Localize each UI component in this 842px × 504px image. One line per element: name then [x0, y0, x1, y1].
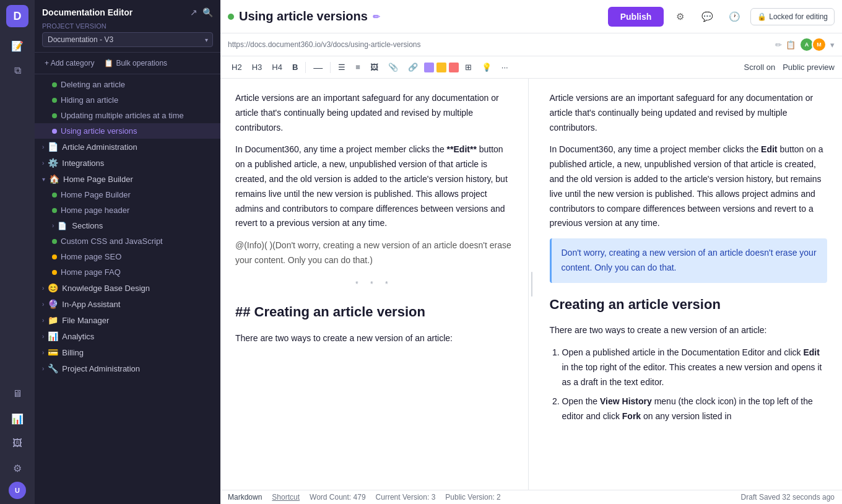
preview-list: Open a published article in the Document…	[550, 345, 828, 424]
current-version: Current Version: 3	[376, 493, 436, 502]
bulk-operations-button[interactable]: 📋 Bulk operations	[102, 58, 170, 69]
status-dot	[52, 82, 57, 87]
status-bar: Markdown Shortcut Word Count: 479 Curren…	[220, 490, 842, 504]
user-avatar-small[interactable]: U	[9, 482, 26, 499]
nav-monitor-icon[interactable]: 🖥	[6, 383, 28, 405]
list-item[interactable]: Home page SEO	[35, 249, 220, 264]
article-title: Using article versions ✏	[228, 9, 603, 24]
divider-dots: * * *	[235, 278, 513, 290]
toolbar-bold[interactable]: B	[289, 61, 302, 74]
resize-handle[interactable]	[529, 79, 535, 490]
editor-para2: In Document360, any time a project membe…	[235, 142, 513, 231]
status-dot	[52, 113, 57, 118]
chevron-right-icon: ›	[42, 160, 44, 167]
status-dot	[52, 193, 57, 198]
editor-para3: @(Info)( )(Don't worry, creating a new v…	[235, 238, 513, 268]
nav-settings-icon[interactable]: ⚙	[6, 457, 28, 479]
sidebar-item-billing[interactable]: › 💳 Billing	[35, 344, 220, 360]
history-icon[interactable]: 🕐	[723, 6, 745, 28]
toolbar-more-icon[interactable]: ···	[498, 61, 512, 74]
list-item[interactable]: Home Page Builder	[35, 187, 220, 202]
chevron-right-icon: ›	[42, 365, 44, 372]
toolbar-align-icon[interactable]: ☰	[334, 61, 349, 74]
version-select[interactable]: Documentation - V3	[42, 32, 213, 47]
toolbar-table-icon[interactable]: ⊞	[461, 61, 475, 74]
comments-icon[interactable]: 💬	[696, 6, 718, 28]
icon-sidebar: D 📝 ⧉ 🖥 📊 🖼 ⚙ U	[0, 0, 35, 504]
title-status-dot	[228, 14, 234, 20]
toolbar-color-red[interactable]	[449, 63, 459, 72]
chevron-down-icon[interactable]: ▾	[830, 40, 835, 50]
toolbar-right: Scroll on Public preview	[744, 63, 835, 72]
editor-para1: Article versions are an important safegu…	[235, 91, 513, 135]
info-callout: Don't worry, creating a new version of a…	[550, 238, 828, 283]
settings-icon[interactable]: ⚙	[669, 6, 691, 28]
locked-editing-badge[interactable]: 🔒 Locked for editing	[750, 8, 835, 25]
top-bar-right: Publish ⚙ 💬 🕐 🔒 Locked for editing	[608, 6, 835, 28]
sidebar-item-project-admin[interactable]: › 🔧 Project Administration	[35, 360, 220, 376]
sidebar-item-integrations[interactable]: › ⚙️ Integrations	[35, 155, 220, 171]
nav-docs-icon[interactable]: 📝	[6, 35, 28, 57]
status-dot	[52, 239, 57, 244]
preview-intro: There are two ways to create a new versi…	[550, 323, 828, 338]
list-item[interactable]: Updating multiple articles at a time	[35, 108, 220, 123]
sidebar-item-file-manager[interactable]: › 📁 File Manager	[35, 312, 220, 328]
status-dot	[52, 270, 57, 275]
list-item[interactable]: Hiding an article	[35, 92, 220, 108]
url-edit-icon[interactable]: ✏	[775, 40, 782, 50]
list-item-active[interactable]: Using article versions	[35, 123, 220, 139]
toolbar-link-icon[interactable]: 🔗	[404, 61, 422, 74]
public-preview-button[interactable]: Public preview	[783, 63, 835, 72]
list-item[interactable]: Home page header	[35, 202, 220, 218]
list-item: Open a published article in the Document…	[562, 345, 828, 389]
avatar-user2[interactable]: M	[812, 37, 827, 52]
toolbar-image-icon[interactable]: 🖼	[367, 61, 382, 74]
status-dot	[52, 208, 57, 213]
nav-chart-icon[interactable]: 📊	[6, 407, 28, 430]
publish-button[interactable]: Publish	[608, 7, 664, 27]
preview-para1: Article versions are an important safegu…	[550, 91, 828, 135]
nav-image-icon[interactable]: 🖼	[6, 432, 28, 454]
chevron-right-icon: ›	[42, 144, 44, 150]
preview-pane: Article versions are an important safegu…	[535, 79, 843, 490]
sidebar-item-article-administration[interactable]: › 📄 Article Administration	[35, 139, 220, 155]
preview-heading2: Creating an article version	[550, 293, 828, 316]
public-version: Public Version: 2	[445, 493, 500, 502]
nav-publish-icon[interactable]: ⧉	[6, 59, 28, 82]
url-copy-icon[interactable]: 📋	[786, 40, 796, 50]
external-link-icon[interactable]: ↗	[190, 7, 197, 17]
toolbar-color-purple[interactable]	[424, 63, 434, 72]
sidebar-item-knowledge-base[interactable]: › 😊 Knowledge Base Design	[35, 280, 220, 296]
chevron-right-icon: ›	[52, 222, 54, 229]
search-icon[interactable]: 🔍	[202, 7, 213, 17]
list-item[interactable]: Home page FAQ	[35, 264, 220, 280]
toolbar-h2[interactable]: H2	[228, 61, 246, 74]
editor-pane[interactable]: Article versions are an important safegu…	[220, 79, 529, 490]
toolbar-callout-icon[interactable]: 💡	[478, 61, 495, 74]
sidebar-actions: + Add category 📋 Bulk operations	[35, 53, 220, 74]
version-label: PROJECT VERSION	[42, 22, 213, 30]
title-edit-icon[interactable]: ✏	[373, 12, 380, 22]
list-item[interactable]: Deleting an article	[35, 77, 220, 92]
sidebar-item-analytics[interactable]: › 📊 Analytics	[35, 328, 220, 344]
chevron-right-icon: ›	[42, 349, 44, 356]
sidebar-item-sections[interactable]: › 📄 Sections	[35, 218, 220, 233]
sidebar-header: Documentation Editor ↗ 🔍 PROJECT VERSION…	[35, 0, 220, 53]
sidebar-item-home-page-builder[interactable]: ▾ 🏠 Home Page Builder	[35, 171, 220, 187]
toolbar-h4[interactable]: H4	[268, 61, 286, 74]
toolbar-list-icon[interactable]: ≡	[352, 61, 364, 74]
toolbar-separator	[305, 62, 306, 73]
toolbar-strikethrough-icon[interactable]: —	[310, 60, 326, 74]
toolbar-h3[interactable]: H3	[248, 61, 266, 74]
draft-saved-status: Draft Saved 32 seconds ago	[741, 493, 835, 502]
editor-toolbar: H2 H3 H4 B — ☰ ≡ 🖼 📎 🔗 ⊞ 💡 ··· Scroll on…	[220, 56, 842, 79]
list-item[interactable]: Custom CSS and JavaScript	[35, 233, 220, 249]
toolbar-color-yellow[interactable]	[436, 63, 446, 72]
tree-content: Deleting an article Hiding an article Up…	[35, 74, 220, 504]
app-logo[interactable]: D	[6, 5, 28, 27]
sidebar-item-inapp-assistant[interactable]: › 🔮 In-App Assistant	[35, 296, 220, 312]
editor-split: Article versions are an important safegu…	[220, 79, 842, 490]
shortcut-link[interactable]: Shortcut	[272, 493, 300, 502]
toolbar-attachment-icon[interactable]: 📎	[384, 61, 402, 74]
add-category-button[interactable]: + Add category	[42, 58, 97, 69]
